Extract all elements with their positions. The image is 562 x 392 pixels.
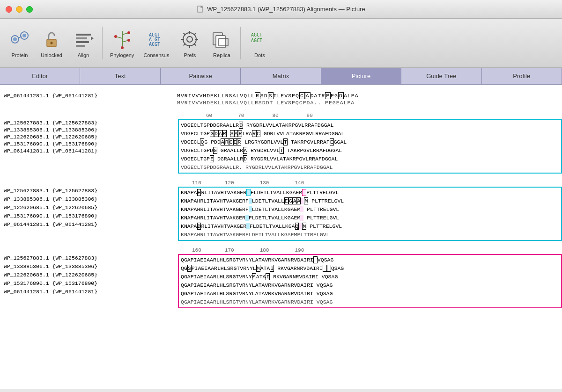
svg-marker-12 xyxy=(91,36,94,40)
sequence-content: WP_061441281.1 {WP_061441281} MVRIVVVHDE… xyxy=(0,85,562,389)
svg-rect-8 xyxy=(76,34,91,36)
title-bar: WP_125627883.1 (WP_125627883) Alignments… xyxy=(0,0,562,19)
svg-point-17 xyxy=(127,31,130,34)
seq-name: WP_153176890.1 {WP_153176890} xyxy=(0,141,177,147)
seq-name: WP_125627883.1 {WP_125627883} xyxy=(0,187,177,195)
tabs-bar: Editor Text Pairwise Matrix Picture Guid… xyxy=(0,68,562,85)
seq-name-blank xyxy=(0,229,177,237)
seq-row: WP_122620685.1 {WP_122620685} xyxy=(0,133,178,140)
toolbar-align[interactable]: Align xyxy=(68,25,98,61)
svg-point-18 xyxy=(114,35,117,38)
seq-row-consensus xyxy=(0,154,178,155)
seq-name: WP_122620685.1 {WP_122620685} xyxy=(0,203,177,212)
phylogeny-icon xyxy=(111,28,133,51)
unlocked-icon xyxy=(40,28,63,51)
tab-pairwise[interactable]: Pairwise xyxy=(161,68,241,84)
svg-rect-9 xyxy=(76,37,87,39)
minimize-button[interactable] xyxy=(16,6,22,13)
prefs-icon xyxy=(178,28,201,51)
seq-name: WP_122620685.1 {WP_122620685} xyxy=(0,271,177,279)
seq-name: WP_125627883.1 {WP_125627883} xyxy=(0,120,177,126)
seq-name: WP_153176890.1 {WP_153176890} xyxy=(0,279,177,288)
seq-name: WP_061441281.1 {WP_061441281} xyxy=(0,220,177,229)
protein-icon xyxy=(8,28,31,51)
svg-rect-10 xyxy=(76,41,89,43)
separator-1 xyxy=(102,27,103,59)
toolbar-align-label: Align xyxy=(78,52,89,58)
seq-block-cyan: VDGECLTGPDDGRAALLRD RYGDRLVVLATAKRPGVLRR… xyxy=(178,119,562,174)
toolbar: Protein Unlocked Align xyxy=(0,19,562,68)
toolbar-dots[interactable]: AGCT AGCT Dots xyxy=(244,25,274,61)
seq-row-consensus: MVRIVVVHDEKLLRSALVQLLRSDDT LEVSPQCPDA.. … xyxy=(0,99,562,106)
svg-point-25 xyxy=(187,36,192,42)
toolbar-replica-label: Replica xyxy=(213,52,230,58)
replica-icon xyxy=(210,28,233,51)
seq-name: WP_122620685.1 {WP_122620685} xyxy=(0,134,177,140)
seq-row: WP_061441281.1 {WP_061441281} MVRIVVVHDE… xyxy=(0,92,562,99)
tab-picture[interactable]: Picture xyxy=(321,68,401,84)
seq-name: WP_061441281.1 {WP_061441281} xyxy=(0,288,177,296)
toolbar-consensus-label: Consensus xyxy=(143,52,169,58)
sequence-group-1: 60 70 80 90 WP_125627883.1 {WP_125627883… xyxy=(0,111,562,175)
separator-2 xyxy=(240,27,241,59)
seq-data: MVRIVVVHDEKLLRSALVQLLRSDSTLEVSPQCADATRPE… xyxy=(177,93,359,99)
sequence-group-0: WP_061441281.1 {WP_061441281} MVRIVVVHDE… xyxy=(0,89,562,108)
toolbar-protein[interactable]: Protein xyxy=(5,25,35,61)
seq-block-pink: QGAPIAEIAARLHLSRGTVRNYLATAVRKVGARNRVDAIR… xyxy=(178,254,562,308)
seq-name: WP_133885306.1 {WP_133885306} xyxy=(0,262,177,271)
seq-name: WP_133885306.1 {WP_133885306} xyxy=(0,127,177,133)
sequence-group-2: 110 120 130 140 WP_125627883.1 {WP_12562… xyxy=(0,178,562,243)
seq-data-consensus: MVRIVVVHDEKLLRSALVQLLRSDDT LEVSPQCPDA.. … xyxy=(177,100,355,106)
sequence-group-3: 160 170 180 190 WP_125627883.1 {WP_12562… xyxy=(0,246,562,310)
tab-text[interactable]: Text xyxy=(80,68,160,84)
dots-icon: AGCT AGCT xyxy=(248,28,271,51)
toolbar-phylogeny-label: Phylogeny xyxy=(110,52,134,58)
svg-point-4 xyxy=(22,34,26,37)
consensus-icon: ACGT A-GT ACGT xyxy=(145,28,168,51)
svg-text:AGCT: AGCT xyxy=(251,32,262,37)
svg-text:AGCT: AGCT xyxy=(251,38,262,43)
svg-point-19 xyxy=(127,39,130,42)
seq-name: WP_125627883.1 {WP_125627883} xyxy=(0,254,177,262)
seq-block-cyan-2: KNAPAERLITAVHTVAKGER FLDETLTVALLKGAEM PL… xyxy=(178,187,562,241)
seq-row: WP_061441281.1 {WP_061441281} xyxy=(0,147,178,154)
traffic-lights xyxy=(6,6,33,13)
svg-point-2 xyxy=(13,37,17,41)
toolbar-dots-label: Dots xyxy=(254,52,265,58)
toolbar-unlocked-label: Unlocked xyxy=(41,52,62,58)
window-title: WP_125627883.1 (WP_125627883) Alignments… xyxy=(197,6,365,13)
tab-matrix[interactable]: Matrix xyxy=(241,68,321,84)
tab-profile[interactable]: Profile xyxy=(482,68,562,84)
document-icon xyxy=(197,6,204,13)
toolbar-consensus[interactable]: ACGT A-GT ACGT Consensus xyxy=(140,25,173,61)
maximize-button[interactable] xyxy=(26,6,33,13)
tab-guide-tree[interactable]: Guide Tree xyxy=(401,68,481,84)
close-button[interactable] xyxy=(6,6,12,13)
seq-name: WP_153176890.1 {WP_153176890} xyxy=(0,212,177,220)
seq-name: WP_061441281.1 {WP_061441281} xyxy=(0,148,177,154)
toolbar-unlocked[interactable]: Unlocked xyxy=(37,25,67,61)
svg-rect-11 xyxy=(76,45,85,47)
seq-name: WP_133885306.1 {WP_133885306} xyxy=(0,195,177,203)
toolbar-prefs-label: Prefs xyxy=(184,52,196,58)
toolbar-protein-label: Protein xyxy=(12,52,28,58)
seq-name: WP_061441281.1 {WP_061441281} xyxy=(0,93,177,99)
tab-editor[interactable]: Editor xyxy=(0,68,80,84)
align-icon xyxy=(72,28,95,51)
seq-row: WP_133885306.1 {WP_133885306} xyxy=(0,126,178,133)
seq-row: WP_153176890.1 {WP_153176890} xyxy=(0,140,178,147)
svg-point-20 xyxy=(121,46,124,49)
svg-text:ACGT: ACGT xyxy=(149,42,160,47)
toolbar-prefs[interactable]: Prefs xyxy=(175,25,205,61)
seq-row: WP_125627883.1 {WP_125627883} xyxy=(0,119,178,126)
svg-point-7 xyxy=(51,42,53,44)
toolbar-phylogeny[interactable]: Phylogeny xyxy=(106,25,138,61)
toolbar-replica[interactable]: Replica xyxy=(207,25,237,61)
seq-name-blank xyxy=(0,296,177,305)
